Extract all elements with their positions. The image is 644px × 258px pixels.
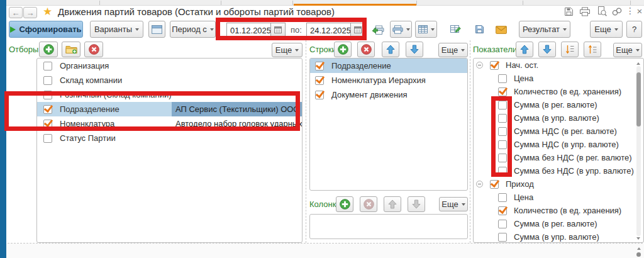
scroll-up-icon[interactable] — [636, 60, 640, 65]
checkbox[interactable] — [315, 76, 324, 85]
filters-more-button[interactable]: Еще — [272, 43, 303, 57]
filters-list[interactable]: Организация Склад компании Розничный (Ск… — [36, 58, 303, 243]
save-result-icon[interactable] — [471, 21, 488, 37]
rows-move-up-button[interactable] — [382, 42, 399, 57]
indicators-demote-level-button[interactable] — [561, 42, 579, 57]
panel-splitter[interactable] — [306, 40, 306, 243]
kebab-menu-icon[interactable]: ⋮ — [626, 5, 634, 16]
checkbox[interactable] — [498, 233, 507, 242]
scroll-down-icon[interactable] — [636, 237, 640, 242]
tree-item[interactable]: Нач. ост. — [474, 59, 643, 72]
checkbox[interactable] — [315, 91, 324, 99]
scroll-up-icon[interactable] — [637, 245, 641, 250]
checkbox[interactable] — [498, 127, 507, 136]
filter-row[interactable]: Номенклатура Автодело набор головок удар… — [37, 116, 302, 131]
generate-button[interactable]: Сформировать — [9, 21, 83, 38]
tree-item[interactable]: Сумма НДС (в упр. валюте) — [474, 138, 643, 151]
checkbox[interactable] — [498, 101, 507, 109]
columns-more-button[interactable]: Еще — [439, 197, 468, 211]
checkbox[interactable] — [43, 105, 52, 114]
date-from-input[interactable] — [226, 23, 271, 36]
indicators-promote-level-button[interactable] — [584, 42, 601, 57]
back-button[interactable]: ← — [9, 7, 23, 18]
toolbar-more-button[interactable]: Еще — [590, 21, 623, 38]
filter-row[interactable]: Розничный (Склад компании) — [37, 87, 302, 102]
tree-item[interactable]: Цена — [474, 72, 643, 85]
tree-item[interactable]: Сумма без НДС (в рег. валюте) — [474, 151, 643, 164]
rows-add-button[interactable] — [334, 42, 352, 57]
checkbox[interactable] — [315, 62, 324, 70]
filter-row[interactable]: Склад компании — [37, 73, 302, 87]
date-to-calendar-button[interactable] — [351, 23, 365, 36]
checkbox[interactable] — [498, 206, 507, 215]
scrollbar[interactable] — [635, 60, 641, 242]
tree-item[interactable]: Приход — [474, 177, 643, 191]
tree-item[interactable]: Сумма (в рег. валюте) — [474, 98, 643, 111]
rows-delete-button[interactable] — [357, 42, 375, 57]
checkbox[interactable] — [498, 167, 507, 176]
tree-item[interactable]: Количество (в ед. хранения) — [474, 204, 643, 217]
checkbox[interactable] — [43, 76, 52, 85]
filter-row[interactable]: Статус Партии — [37, 131, 302, 145]
filter-value-cell[interactable]: АП Сервис (Текстильщики) ООО — [172, 102, 302, 116]
print-menu-button[interactable] — [390, 21, 412, 38]
date-to-input[interactable] — [306, 23, 351, 36]
indicators-tree[interactable]: Нач. ост. Цена Количество (в ед. хранени… — [473, 58, 644, 243]
indicators-more-button[interactable]: Еще — [613, 43, 642, 57]
favorite-star-icon[interactable]: ★ — [43, 6, 52, 17]
checkbox[interactable] — [490, 61, 499, 70]
checkbox[interactable] — [43, 120, 52, 128]
result-button[interactable]: Результат — [519, 21, 570, 38]
tree-item[interactable]: Сумма НДС (в рег. валюте) — [474, 125, 643, 138]
list-item[interactable]: Номенклатура Иерархия — [310, 73, 467, 87]
filter-value-cell[interactable] — [172, 73, 302, 87]
rows-move-down-button[interactable] — [406, 42, 423, 57]
collapse-icon[interactable] — [476, 62, 483, 69]
variants-button[interactable]: Варианты — [90, 21, 143, 38]
checkbox[interactable] — [43, 91, 52, 99]
scrollbar-thumb[interactable] — [636, 72, 641, 126]
checkbox[interactable] — [490, 180, 499, 189]
rows-list[interactable]: Подразделение Номенклатура Иерархия Доку… — [309, 58, 468, 191]
filter-value-cell[interactable] — [172, 87, 302, 102]
save-icon[interactable] — [563, 6, 574, 17]
settings-panel-toggle-button[interactable] — [148, 21, 165, 38]
tree-item[interactable]: Количество (в ед. хранения) — [474, 85, 643, 98]
checkbox[interactable] — [43, 62, 52, 70]
checkbox[interactable] — [498, 140, 507, 149]
window-tab-strip[interactable] — [6, 0, 644, 6]
forward-button[interactable]: → — [23, 7, 37, 18]
send-email-icon[interactable] — [492, 22, 509, 37]
checkbox[interactable] — [43, 134, 52, 143]
checkbox[interactable] — [498, 87, 507, 96]
quick-print-icon[interactable] — [370, 22, 386, 37]
close-icon[interactable]: × — [635, 5, 644, 16]
table-view-menu-button[interactable] — [415, 21, 437, 38]
panel-splitter[interactable] — [470, 40, 470, 243]
tree-item[interactable]: Сумма без НДС (в упр. валюте) — [474, 164, 643, 177]
rows-more-button[interactable]: Еще — [438, 43, 468, 57]
list-item[interactable]: Подразделение — [310, 59, 467, 73]
tree-item[interactable]: Сумма (в упр. валюте) — [474, 111, 643, 125]
checkbox[interactable] — [498, 193, 507, 202]
edit-table-icon[interactable] — [447, 21, 464, 37]
date-from-calendar-button[interactable] — [271, 23, 286, 36]
indicators-move-up-button[interactable] — [516, 42, 533, 57]
filter-value-cell[interactable] — [172, 59, 302, 73]
filter-value-cell[interactable]: Автодело набор головок ударных TOR… — [172, 116, 302, 131]
tree-item[interactable]: Цена — [474, 191, 643, 204]
scroll-handle-icon[interactable] — [636, 252, 641, 257]
columns-add-button[interactable] — [336, 196, 353, 212]
filter-row[interactable]: Организация — [37, 59, 302, 73]
tree-item[interactable]: Сумма (в упр. валюте) — [474, 230, 643, 243]
indicators-move-down-button[interactable] — [538, 42, 556, 57]
filters-add-group-button[interactable] — [62, 42, 80, 57]
filters-add-button[interactable] — [39, 42, 58, 57]
help-button[interactable]: ? — [626, 21, 642, 38]
print-icon[interactable] — [579, 6, 591, 17]
tree-item[interactable]: Сумма (в рег. валюте) — [474, 217, 643, 230]
list-item[interactable]: Документ движения — [310, 87, 467, 102]
columns-list-empty[interactable] — [309, 214, 468, 239]
preview-icon[interactable] — [596, 6, 608, 17]
filter-value-cell[interactable] — [172, 131, 302, 145]
